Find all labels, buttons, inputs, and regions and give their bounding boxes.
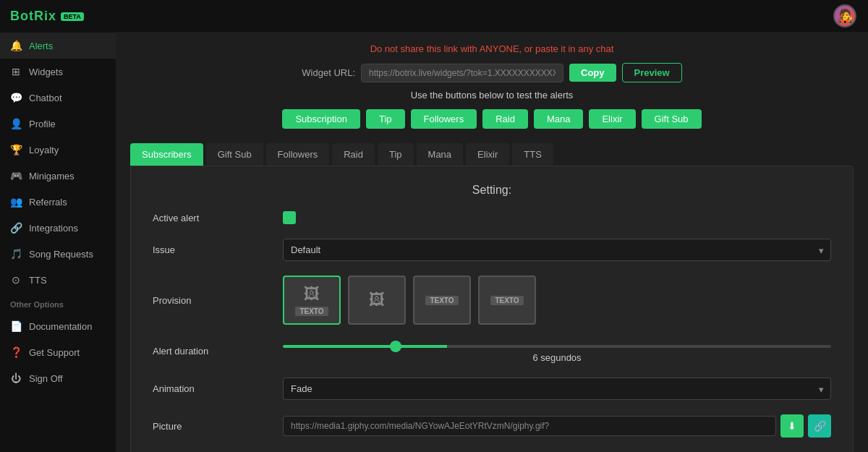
provision-card-1[interactable]: 🖼 TEXTO (283, 276, 341, 325)
issue-select[interactable]: Default (283, 239, 831, 261)
test-btn-raid[interactable]: Raid (482, 109, 528, 129)
test-btn-elixir[interactable]: Elixir (589, 109, 635, 129)
provision-cards: 🖼 TEXTO 🖼 TEXTO TEXTO (283, 276, 831, 325)
alert-duration-slider-container: 6 segundos (283, 339, 831, 363)
sidebar-item-get-support[interactable]: ❓Get Support (0, 339, 116, 365)
sidebar-item-chatbot[interactable]: 💬Chatbot (0, 85, 116, 111)
widget-url-input[interactable] (361, 64, 563, 82)
sidebar-item-label: Profile (29, 119, 56, 129)
provision-card-3[interactable]: TEXTO (413, 276, 471, 325)
sidebar-item-alerts[interactable]: 🔔Alerts (0, 33, 116, 59)
sidebar-item-label: Alerts (29, 40, 53, 51)
tab-raid[interactable]: Raid (332, 143, 375, 166)
provision-card-3-label: TEXTO (425, 296, 458, 305)
active-alert-label: Active alert (153, 213, 268, 223)
chatbot-icon: 💬 (10, 92, 22, 103)
logo-beta: BETA (61, 12, 84, 21)
alert-duration-row: Alert duration 6 segundos (153, 339, 831, 363)
sign-off-icon: ⏻ (10, 372, 22, 384)
test-btn-tip[interactable]: Tip (366, 109, 405, 129)
tab-tip[interactable]: Tip (378, 143, 414, 166)
sidebar-item-widgets[interactable]: ⊞Widgets (0, 59, 116, 85)
sidebar-item-label: Chatbot (29, 93, 62, 103)
tab-followers[interactable]: Followers (266, 143, 330, 166)
active-alert-checkbox[interactable] (283, 211, 296, 224)
issue-label: Issue (153, 244, 268, 255)
sidebar-item-label: Minigames (29, 171, 75, 182)
sidebar-item-label: Documentation (29, 321, 92, 332)
tts-icon: ⊙ (10, 274, 22, 286)
provision-card-2-icon: 🖼 (369, 291, 385, 310)
alert-duration-slider[interactable] (283, 345, 831, 348)
test-btn-mana[interactable]: Mana (534, 109, 584, 129)
documentation-icon: 📄 (10, 320, 22, 332)
referrals-icon: 👥 (10, 196, 22, 208)
sidebar-item-song-requests[interactable]: 🎵Song Requests (0, 241, 116, 267)
picture-link-button[interactable]: 🔗 (808, 414, 831, 438)
provision-card-4[interactable]: TEXTO (478, 276, 536, 325)
widgets-icon: ⊞ (10, 66, 22, 77)
sidebar-item-label: Widgets (29, 67, 63, 77)
picture-label: Picture (153, 421, 268, 432)
test-buttons: SubscriptionTipFollowersRaidManaElixirGi… (130, 109, 854, 129)
copy-button[interactable]: Copy (569, 64, 616, 82)
logo-text: BotRix (10, 9, 56, 24)
provision-card-1-icon: 🖼 (304, 285, 320, 304)
tab-mana[interactable]: Mana (417, 143, 464, 166)
minigames-icon: 🎮 (10, 170, 22, 182)
widget-url-label: Widget URL: (302, 67, 355, 78)
logo: BotRix BETA (0, 0, 116, 33)
sidebar-item-profile[interactable]: 👤Profile (0, 111, 116, 137)
issue-row: Issue Default (153, 239, 831, 261)
alert-duration-value: 6 segundos (283, 352, 831, 363)
animation-select[interactable]: Fade (283, 378, 831, 400)
avatar[interactable]: 🧑‍🎤 (833, 4, 856, 27)
test-btn-subscription[interactable]: Subscription (282, 109, 360, 129)
loyalty-icon: 🏆 (10, 144, 22, 155)
provision-label: Provision (153, 295, 268, 306)
tab-subscribers[interactable]: Subscribers (130, 143, 203, 166)
test-label: Use the buttons below to test the alerts (130, 90, 854, 101)
get-support-icon: ❓ (10, 346, 22, 358)
picture-row: Picture ⬇ 🔗 (153, 414, 831, 438)
settings-title: Setting: (153, 184, 831, 197)
sidebar-item-tts[interactable]: ⊙TTS (0, 267, 116, 293)
sidebar-item-minigames[interactable]: 🎮Minigames (0, 163, 116, 189)
tab-elixir[interactable]: Elixir (466, 143, 509, 166)
animation-row: Animation Fade (153, 378, 831, 400)
provision-card-1-label: TEXTO (295, 307, 328, 316)
sidebar-item-label: Integrations (29, 223, 78, 234)
picture-value: ⬇ 🔗 (283, 414, 831, 438)
sidebar-item-integrations[interactable]: 🔗Integrations (0, 215, 116, 241)
topbar: 🧑‍🎤 (116, 0, 868, 32)
test-btn-gift-sub[interactable]: Gift Sub (642, 109, 702, 129)
picture-input[interactable] (283, 416, 776, 436)
provision-row: Provision 🖼 TEXTO 🖼 TEXTO (153, 276, 831, 325)
other-options-title: Other Options (0, 293, 116, 313)
issue-select-wrapper: Default (283, 239, 831, 261)
main-content: 🧑‍🎤 Do not share this link with ANYONE, … (116, 0, 868, 452)
sidebar-item-label: TTS (29, 275, 47, 286)
sidebar-item-loyalty[interactable]: 🏆Loyalty (0, 137, 116, 163)
settings-panel: Setting: Active alert Issue Default (130, 166, 854, 452)
sidebar-nav: 🔔Alerts⊞Widgets💬Chatbot👤Profile🏆Loyalty🎮… (0, 33, 116, 452)
sidebar: BotRix BETA 🔔Alerts⊞Widgets💬Chatbot👤Prof… (0, 0, 116, 452)
content: Do not share this link with ANYONE, or p… (116, 32, 868, 452)
sidebar-item-label: Loyalty (29, 145, 59, 155)
animation-select-wrapper: Fade (283, 378, 831, 400)
song-requests-icon: 🎵 (10, 248, 22, 260)
sidebar-item-referrals[interactable]: 👥Referrals (0, 189, 116, 215)
tab-tts[interactable]: TTS (512, 143, 553, 166)
picture-input-row: ⬇ 🔗 (283, 414, 831, 438)
test-btn-followers[interactable]: Followers (411, 109, 477, 129)
picture-download-button[interactable]: ⬇ (780, 414, 804, 438)
integrations-icon: 🔗 (10, 222, 22, 234)
widget-url-row: Widget URL: Copy Preview (130, 63, 854, 82)
sidebar-item-sign-off[interactable]: ⏻Sign Off (0, 365, 116, 391)
provision-card-2[interactable]: 🖼 (348, 276, 406, 325)
tabs: SubscribersGift SubFollowersRaidTipManaE… (130, 143, 854, 166)
tab-gift-sub[interactable]: Gift Sub (206, 143, 263, 166)
sidebar-item-label: Get Support (29, 347, 80, 358)
sidebar-item-documentation[interactable]: 📄Documentation (0, 313, 116, 339)
preview-button[interactable]: Preview (622, 63, 682, 82)
